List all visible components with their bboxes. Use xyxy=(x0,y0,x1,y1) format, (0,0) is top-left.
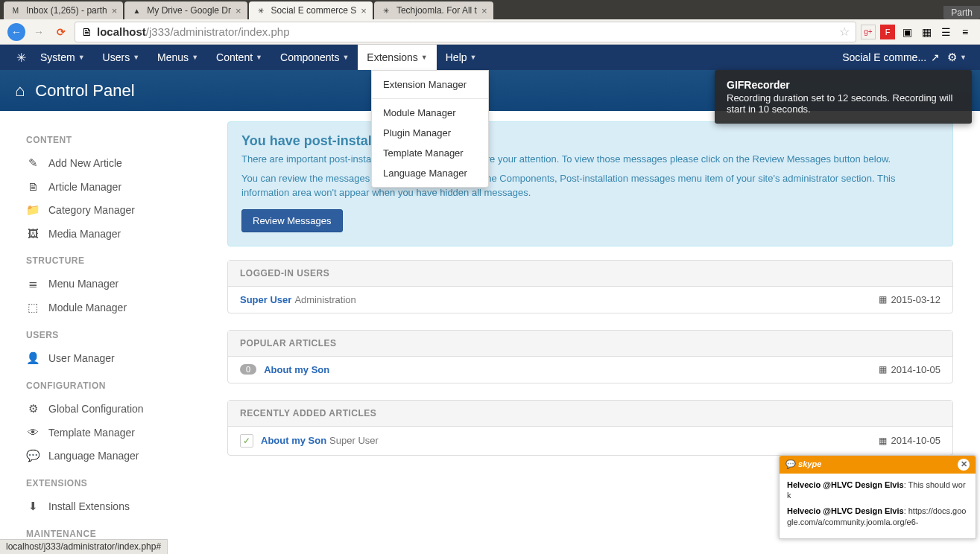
site-identity-icon: 🗎 xyxy=(81,25,92,38)
menu-label: Content xyxy=(216,51,253,63)
review-messages-button[interactable]: Review Messages xyxy=(241,209,343,232)
tab-favicon: M xyxy=(10,4,22,16)
sidebar-item-icon: 💬 xyxy=(26,449,39,462)
article-author: Super User xyxy=(329,435,379,446)
sidebar-item[interactable]: ⬇Install Extensions xyxy=(26,494,212,518)
sidebar-item-label: Menu Manager xyxy=(48,278,118,290)
sidebar-item-label: Module Manager xyxy=(48,302,127,313)
browser-tab[interactable]: ✳Techjoomla. For All t× xyxy=(374,1,493,19)
sidebar-item-label: Article Manager xyxy=(48,181,121,193)
user-link[interactable]: Super User xyxy=(240,294,291,305)
close-icon[interactable]: ✕ xyxy=(958,459,970,471)
back-button[interactable]: ← xyxy=(7,23,25,41)
caret-down-icon: ▼ xyxy=(133,54,139,61)
menu-extensions[interactable]: Extensions ▼ xyxy=(358,45,436,70)
sidebar-item[interactable]: 💬Language Manager xyxy=(26,444,212,468)
sidebar-item[interactable]: ✎Add New Article xyxy=(26,151,212,175)
flipboard-icon[interactable]: F xyxy=(880,25,895,39)
list-icon[interactable]: ☰ xyxy=(938,25,953,39)
sidebar-item[interactable]: 🖼Media Manager xyxy=(26,222,212,245)
sidebar-item[interactable]: ⬚Module Manager xyxy=(26,296,212,319)
menu-components[interactable]: Components ▼ xyxy=(271,45,358,70)
os-user-badge: Parth xyxy=(943,6,980,19)
tab-close-icon[interactable]: × xyxy=(481,5,487,16)
dropdown-item[interactable]: Plugin Manager xyxy=(372,123,488,143)
browser-tab[interactable]: ✳Social E commerce S× xyxy=(249,1,373,19)
sidebar-item-label: Category Manager xyxy=(48,204,135,216)
notification-title: GIFRecorder xyxy=(727,79,960,91)
caret-down-icon: ▼ xyxy=(192,54,198,61)
sidebar-heading: USERS xyxy=(26,330,212,340)
tab-favicon: ✳ xyxy=(255,4,267,16)
sidebar-heading: STRUCTURE xyxy=(26,255,212,266)
publish-check-icon[interactable]: ✓ xyxy=(240,434,253,448)
sidebar-item[interactable]: 🗎Article Manager xyxy=(26,175,212,198)
panel-title: LOGGED-IN USERS xyxy=(228,261,952,287)
menu-menus[interactable]: Menus ▼ xyxy=(148,45,207,70)
tab-close-icon[interactable]: × xyxy=(361,5,367,16)
sidebar-item[interactable]: 📁Category Manager xyxy=(26,198,212,222)
caret-down-icon: ▼ xyxy=(256,54,262,61)
sidebar-heading: EXTENSIONS xyxy=(26,478,212,488)
cast-icon[interactable]: ▣ xyxy=(900,25,914,39)
menu-help[interactable]: Help ▼ xyxy=(437,45,486,70)
menu-label: Help xyxy=(446,51,467,63)
article-date: 2014-10-05 xyxy=(891,364,941,375)
menu-label: System xyxy=(40,51,75,63)
menu-content[interactable]: Content ▼ xyxy=(207,45,271,70)
sidebar-item-icon: 📁 xyxy=(26,203,39,217)
hits-badge: 0 xyxy=(240,364,256,375)
browser-tab[interactable]: ▲My Drive - Google Dr× xyxy=(124,1,247,19)
article-link[interactable]: About my Son xyxy=(261,435,326,446)
address-bar[interactable]: 🗎 localhost/j333/administrator/index.php… xyxy=(75,22,856,42)
view-site-link[interactable]: Social E comme... ↗ xyxy=(842,51,940,63)
menu-label: Menus xyxy=(157,51,189,63)
tab-close-icon[interactable]: × xyxy=(235,5,241,16)
menu-users[interactable]: Users ▼ xyxy=(94,45,148,70)
browser-tab[interactable]: MInbox (1,265) - parth× xyxy=(4,1,123,19)
google-plus-icon[interactable]: g+ xyxy=(861,25,876,39)
reload-button[interactable]: ⟳ xyxy=(52,23,70,41)
sidebar-item-icon: 👁 xyxy=(26,426,39,439)
sidebar-item[interactable]: 👤User Manager xyxy=(26,346,212,370)
sidebar-item-label: Media Manager xyxy=(48,228,121,240)
skype-brand: skype xyxy=(798,459,821,468)
calendar-icon: ▦ xyxy=(879,364,887,375)
article-date: 2014-10-05 xyxy=(891,435,941,446)
external-link-icon: ↗ xyxy=(931,51,940,63)
menu-icon[interactable]: ≡ xyxy=(958,25,973,39)
sidebar-item-label: Template Manager xyxy=(48,427,135,439)
caret-down-icon: ▼ xyxy=(78,54,85,61)
dropdown-item[interactable]: Extension Manager xyxy=(372,74,488,95)
alert-line2: You can review the messages at any time … xyxy=(241,171,939,200)
sidebar-item-icon: ⬇ xyxy=(26,500,39,513)
user-role: Administration xyxy=(294,294,355,305)
logged-in-users-panel: LOGGED-IN USERS Super User Administratio… xyxy=(227,260,953,313)
sidebar-item-label: Add New Article xyxy=(48,157,122,169)
browser-toolbar: ← → ⟳ 🗎 localhost/j333/administrator/ind… xyxy=(0,19,980,45)
skype-header[interactable]: 💬 skype ✕ xyxy=(780,456,976,474)
admin-settings-gear[interactable]: ⚙ ▼ xyxy=(947,51,967,64)
sidebar-item[interactable]: ⚙Global Configuration xyxy=(26,397,212,421)
gif-recorder-notification: GIFRecorder Recording duration set to 12… xyxy=(715,70,972,124)
sidebar-item[interactable]: 👁Template Manager xyxy=(26,421,212,444)
bookmark-star-icon[interactable]: ☆ xyxy=(839,25,850,39)
panel-title: RECENTLY ADDED ARTICLES xyxy=(228,401,952,427)
dropdown-item[interactable]: Language Manager xyxy=(372,163,488,183)
article-link[interactable]: About my Son xyxy=(264,364,329,375)
dropdown-item[interactable]: Template Manager xyxy=(372,143,488,163)
post-install-alert: You have post-installation messages Ther… xyxy=(227,121,953,246)
dropdown-item[interactable]: Module Manager xyxy=(372,103,488,123)
menu-system[interactable]: System ▼ xyxy=(31,45,94,70)
tab-close-icon[interactable]: × xyxy=(112,5,118,16)
tab-title: Inbox (1,265) - parth xyxy=(26,5,107,16)
sidebar-item-icon: 👤 xyxy=(26,351,39,365)
logged-in-user-row: Super User Administration ▦2015-03-12 xyxy=(233,287,948,313)
grid-icon[interactable]: ▦ xyxy=(919,25,934,39)
tab-title: Social E commerce S xyxy=(271,5,357,16)
forward-button[interactable]: → xyxy=(30,23,48,41)
joomla-logo-icon[interactable]: ✳ xyxy=(13,51,28,65)
site-name-label: Social E comme... xyxy=(842,51,926,63)
extensions-dropdown: Extension ManagerModule ManagerPlugin Ma… xyxy=(371,70,489,188)
sidebar-item[interactable]: ≣Menu Manager xyxy=(26,272,212,296)
